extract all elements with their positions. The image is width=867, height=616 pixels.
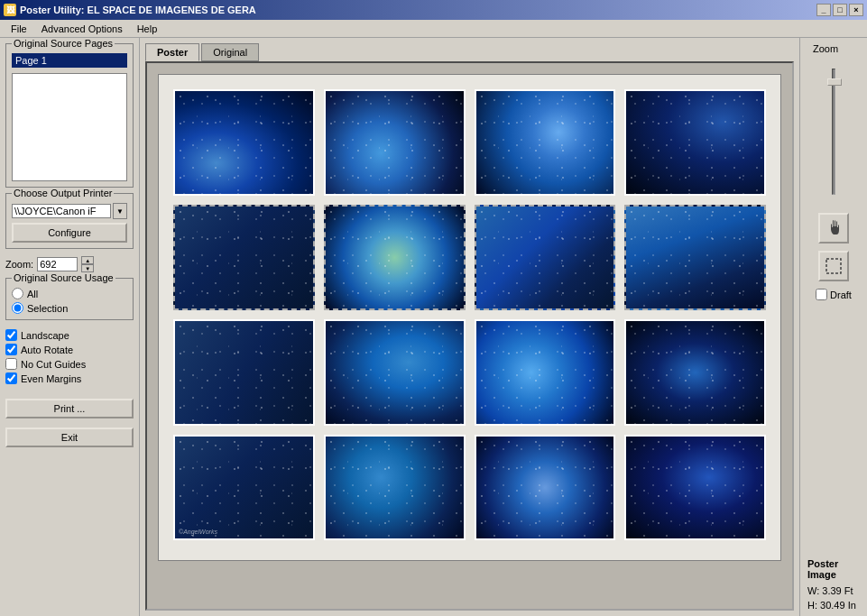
image-cell-15[interactable] — [475, 435, 616, 541]
printer-group: Choose Output Printer \\JOYCE\Canon iF ▼… — [5, 193, 134, 249]
zoom-slider-track[interactable] — [832, 69, 835, 195]
poster-area: ©AngelWorks — [145, 61, 794, 611]
draft-label: Draft — [830, 290, 852, 300]
poster-inner: ©AngelWorks — [158, 74, 781, 561]
image-cell-1[interactable] — [173, 89, 315, 196]
poster-height: H: 30.49 In — [807, 600, 863, 611]
right-panel: Zoom Draft Poster Image W: 3.39 Ft H: 30… — [799, 38, 867, 616]
zoom-spin-buttons: ▲ ▼ — [81, 256, 94, 272]
source-usage-label: Original Source Usage — [12, 272, 115, 283]
close-button[interactable]: × — [849, 4, 863, 16]
zoom-slider-container — [832, 61, 835, 206]
radio-selection-row: Selection — [12, 302, 127, 314]
draft-checkbox[interactable] — [816, 289, 827, 300]
image-cell-7[interactable] — [475, 205, 616, 311]
image-cell-11[interactable] — [475, 319, 616, 426]
poster-info: Poster Image W: 3.39 Ft H: 30.49 In — [804, 558, 863, 611]
source-pages-group: Original Source Pages Page 1 — [5, 43, 134, 188]
even-margins-row: Even Margins — [5, 372, 134, 384]
no-cut-guides-row: No Cut Guides — [5, 358, 134, 370]
maximize-button[interactable]: □ — [833, 4, 847, 16]
zoom-row: Zoom: ▲ ▼ — [5, 256, 134, 272]
app-icon: 🖼 — [4, 4, 16, 16]
menu-file[interactable]: File — [4, 22, 34, 36]
source-usage-group: Original Source Usage All Selection — [5, 278, 134, 320]
zoom-down-button[interactable]: ▼ — [81, 264, 94, 272]
right-zoom-label: Zoom — [813, 43, 838, 54]
left-panel: Original Source Pages Page 1 Choose Outp… — [0, 38, 140, 616]
radio-selection[interactable] — [12, 302, 23, 314]
landscape-label: Landscape — [21, 330, 69, 341]
image-cell-5[interactable] — [173, 205, 315, 311]
title-bar-controls: _ □ × — [816, 4, 863, 16]
image-cell-3[interactable] — [475, 89, 616, 196]
printer-dropdown-arrow[interactable]: ▼ — [113, 203, 127, 219]
tab-original[interactable]: Original — [201, 43, 259, 61]
auto-rotate-label: Auto Rotate — [21, 345, 73, 355]
radio-all[interactable] — [12, 288, 23, 299]
image-cell-4[interactable] — [624, 89, 766, 196]
source-pages-label: Original Source Pages — [12, 38, 115, 49]
minimize-button[interactable]: _ — [816, 4, 831, 16]
zoom-up-button[interactable]: ▲ — [81, 256, 94, 264]
image-cell-14[interactable] — [324, 435, 466, 541]
image-cell-13[interactable]: ©AngelWorks — [173, 435, 315, 541]
draft-row: Draft — [816, 289, 852, 300]
no-cut-guides-checkbox[interactable] — [5, 358, 17, 370]
page-preview — [12, 73, 127, 181]
center-panel: Poster Original — [140, 38, 799, 616]
print-button[interactable]: Print ... — [5, 399, 134, 418]
selection-tool-button[interactable] — [818, 251, 849, 281]
tab-poster[interactable]: Poster — [145, 43, 199, 61]
radio-all-row: All — [12, 288, 127, 299]
watermark-text: ©AngelWorks — [179, 529, 217, 535]
radio-all-label: All — [27, 289, 38, 299]
auto-rotate-row: Auto Rotate — [5, 344, 134, 355]
title-bar: 🖼 Poster Utility: EL SPACE DE IMAGENES D… — [0, 0, 867, 20]
no-cut-guides-label: No Cut Guides — [21, 359, 86, 370]
source-usage-radio-group: All Selection — [12, 288, 127, 314]
image-cell-16[interactable] — [624, 435, 766, 541]
zoom-label: Zoom: — [5, 259, 33, 270]
even-margins-checkbox[interactable] — [5, 372, 17, 384]
landscape-checkbox[interactable] — [5, 329, 17, 341]
menu-help[interactable]: Help — [130, 22, 165, 36]
radio-selection-label: Selection — [27, 303, 68, 314]
image-cell-6[interactable] — [324, 205, 466, 311]
landscape-row: Landscape — [5, 329, 134, 341]
auto-rotate-checkbox[interactable] — [5, 344, 17, 355]
poster-image-label: Poster Image — [807, 558, 863, 580]
image-grid: ©AngelWorks — [173, 89, 766, 540]
image-cell-12[interactable] — [624, 319, 766, 426]
hand-tool-button[interactable] — [818, 213, 849, 244]
zoom-input[interactable] — [37, 257, 78, 271]
zoom-slider-thumb[interactable] — [827, 78, 842, 86]
exit-button[interactable]: Exit — [5, 428, 134, 447]
poster-width: W: 3.39 Ft — [807, 585, 863, 596]
window-title: Poster Utility: EL SPACE DE IMAGENES DE … — [20, 5, 256, 15]
page-1-item[interactable]: Page 1 — [12, 53, 127, 68]
image-cell-10[interactable] — [324, 319, 466, 426]
configure-button[interactable]: Configure — [12, 223, 127, 243]
image-cell-8[interactable] — [624, 205, 766, 311]
printer-group-label: Choose Output Printer — [12, 188, 114, 198]
tab-bar: Poster Original — [145, 43, 794, 61]
even-margins-label: Even Margins — [21, 373, 81, 384]
menu-bar: File Advanced Options Help — [0, 20, 867, 38]
image-cell-2[interactable] — [324, 89, 466, 196]
image-cell-9[interactable] — [173, 319, 315, 426]
printer-select-box[interactable]: \\JOYCE\Canon iF — [12, 204, 111, 218]
printer-select-row: \\JOYCE\Canon iF ▼ — [12, 203, 127, 219]
svg-rect-0 — [826, 259, 841, 273]
menu-advanced-options[interactable]: Advanced Options — [34, 22, 130, 36]
options-checkboxes: Landscape Auto Rotate No Cut Guides Even… — [5, 326, 134, 388]
